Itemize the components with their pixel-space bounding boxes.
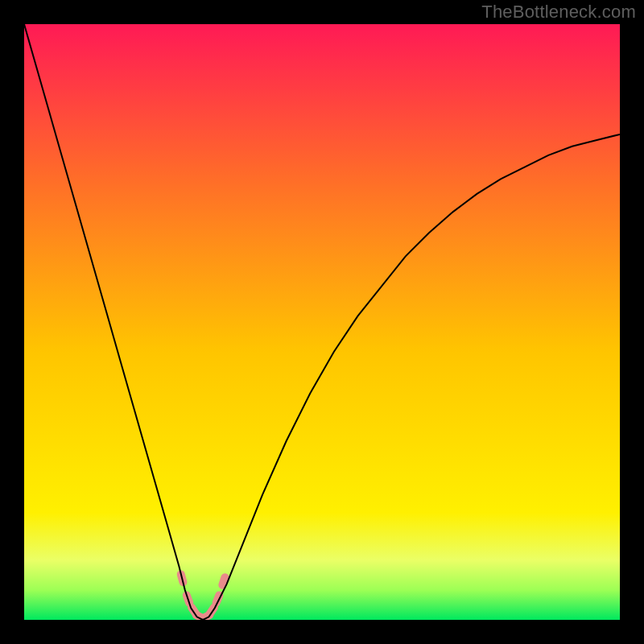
watermark-text: TheBottleneck.com: [481, 2, 636, 23]
bottleneck-chart: [24, 24, 620, 620]
gradient-background: [24, 24, 620, 620]
chart-container: TheBottleneck.com: [0, 0, 644, 644]
plot-area: [24, 24, 620, 620]
